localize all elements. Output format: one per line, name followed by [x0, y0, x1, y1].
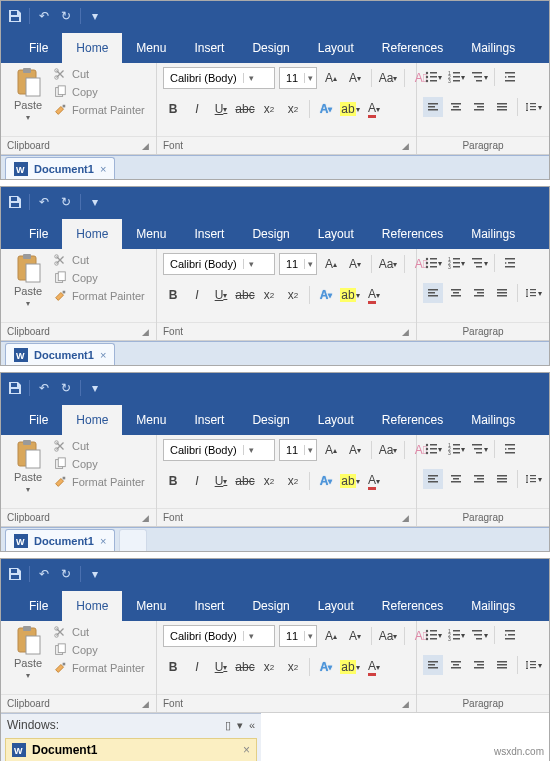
font-color-button[interactable]: A▾	[364, 285, 384, 305]
align-center-button[interactable]	[446, 655, 466, 675]
tab-mailings[interactable]: Mailings	[457, 591, 529, 621]
font-name-combo[interactable]: Calibri (Body)▾	[163, 67, 275, 89]
italic-button[interactable]: I	[187, 471, 207, 491]
highlight-button[interactable]: ab▾	[340, 99, 360, 119]
cut-button[interactable]: Cut	[53, 625, 145, 639]
paste-button[interactable]: Paste ▾	[7, 625, 49, 680]
multilevel-list-button[interactable]: ▾	[469, 439, 489, 459]
font-color-button[interactable]: A▾	[364, 657, 384, 677]
bullets-button[interactable]: ▾	[423, 439, 443, 459]
align-right-button[interactable]	[469, 655, 489, 675]
decrease-indent-button[interactable]	[500, 253, 520, 273]
underline-button[interactable]: U▾	[211, 285, 231, 305]
copy-button[interactable]: Copy	[53, 457, 145, 471]
align-center-button[interactable]	[446, 283, 466, 303]
align-left-button[interactable]	[423, 469, 443, 489]
tab-layout[interactable]: Layout	[304, 33, 368, 63]
undo-icon[interactable]: ↶	[36, 194, 52, 210]
tab-menu[interactable]: Menu	[122, 591, 180, 621]
tab-references[interactable]: References	[368, 33, 457, 63]
tab-layout[interactable]: Layout	[304, 219, 368, 249]
align-right-button[interactable]	[469, 283, 489, 303]
grow-font-button[interactable]: A▴	[321, 626, 341, 646]
font-name-combo[interactable]: Calibri (Body)▾	[163, 439, 275, 461]
strikethrough-button[interactable]: abc	[235, 471, 255, 491]
superscript-button[interactable]: x2	[283, 99, 303, 119]
font-size-combo[interactable]: 11▾	[279, 67, 317, 89]
document-tab[interactable]: W Document1 ×	[5, 157, 115, 179]
align-left-button[interactable]	[423, 283, 443, 303]
strikethrough-button[interactable]: abc	[235, 285, 255, 305]
redo-icon[interactable]: ↻	[58, 194, 74, 210]
save-icon[interactable]	[7, 566, 23, 582]
new-window-icon[interactable]: ▯	[225, 719, 231, 732]
align-center-button[interactable]	[446, 97, 466, 117]
font-color-button[interactable]: A▾	[364, 471, 384, 491]
dialog-launcher-icon[interactable]: ◢	[400, 327, 410, 337]
multilevel-list-button[interactable]: ▾	[469, 625, 489, 645]
font-name-combo[interactable]: Calibri (Body)▾	[163, 625, 275, 647]
bold-button[interactable]: B	[163, 285, 183, 305]
dialog-launcher-icon[interactable]: ◢	[140, 699, 150, 709]
tab-layout[interactable]: Layout	[304, 405, 368, 435]
dialog-launcher-icon[interactable]: ◢	[140, 327, 150, 337]
font-color-button[interactable]: A▾	[364, 99, 384, 119]
decrease-indent-button[interactable]	[500, 67, 520, 87]
redo-icon[interactable]: ↻	[58, 8, 74, 24]
format-painter-button[interactable]: Format Painter	[53, 103, 145, 117]
line-spacing-button[interactable]: ▾	[523, 655, 543, 675]
superscript-button[interactable]: x2	[283, 471, 303, 491]
tab-insert[interactable]: Insert	[180, 591, 238, 621]
tab-menu[interactable]: Menu	[122, 219, 180, 249]
tab-file[interactable]: File	[15, 405, 62, 435]
tab-design[interactable]: Design	[238, 33, 303, 63]
underline-button[interactable]: U▾	[211, 99, 231, 119]
tab-mailings[interactable]: Mailings	[457, 219, 529, 249]
tab-home[interactable]: Home	[62, 405, 122, 435]
subscript-button[interactable]: x2	[259, 471, 279, 491]
font-size-combo[interactable]: 11▾	[279, 439, 317, 461]
copy-button[interactable]: Copy	[53, 643, 145, 657]
line-spacing-button[interactable]: ▾	[523, 469, 543, 489]
text-effects-button[interactable]: A▾	[316, 99, 336, 119]
cut-button[interactable]: Cut	[53, 439, 145, 453]
align-left-button[interactable]	[423, 97, 443, 117]
numbering-button[interactable]: 123▾	[446, 439, 466, 459]
subscript-button[interactable]: x2	[259, 99, 279, 119]
text-effects-button[interactable]: A▾	[316, 657, 336, 677]
strikethrough-button[interactable]: abc	[235, 657, 255, 677]
change-case-button[interactable]: Aa▾	[378, 440, 398, 460]
multilevel-list-button[interactable]: ▾	[469, 253, 489, 273]
dialog-launcher-icon[interactable]: ◢	[400, 699, 410, 709]
superscript-button[interactable]: x2	[283, 285, 303, 305]
customize-qat-icon[interactable]: ▾	[87, 380, 103, 396]
format-painter-button[interactable]: Format Painter	[53, 475, 145, 489]
dialog-launcher-icon[interactable]: ◢	[400, 513, 410, 523]
highlight-button[interactable]: ab▾	[340, 657, 360, 677]
bullets-button[interactable]: ▾	[423, 67, 443, 87]
tab-file[interactable]: File	[15, 219, 62, 249]
decrease-indent-button[interactable]	[500, 625, 520, 645]
tab-design[interactable]: Design	[238, 219, 303, 249]
justify-button[interactable]	[492, 469, 512, 489]
numbering-button[interactable]: 123▾	[446, 253, 466, 273]
dialog-launcher-icon[interactable]: ◢	[140, 513, 150, 523]
copy-button[interactable]: Copy	[53, 271, 145, 285]
italic-button[interactable]: I	[187, 285, 207, 305]
italic-button[interactable]: I	[187, 99, 207, 119]
change-case-button[interactable]: Aa▾	[378, 254, 398, 274]
shrink-font-button[interactable]: A▾	[345, 68, 365, 88]
customize-qat-icon[interactable]: ▾	[87, 566, 103, 582]
customize-qat-icon[interactable]: ▾	[87, 194, 103, 210]
document-tab[interactable]: W Document1 ×	[5, 343, 115, 365]
tab-layout[interactable]: Layout	[304, 591, 368, 621]
subscript-button[interactable]: x2	[259, 285, 279, 305]
windows-panel-item[interactable]: WDocument1×	[5, 738, 257, 761]
paste-button[interactable]: Paste ▾	[7, 67, 49, 122]
text-effects-button[interactable]: A▾	[316, 471, 336, 491]
shrink-font-button[interactable]: A▾	[345, 254, 365, 274]
line-spacing-button[interactable]: ▾	[523, 97, 543, 117]
tab-mailings[interactable]: Mailings	[457, 33, 529, 63]
highlight-button[interactable]: ab▾	[340, 285, 360, 305]
tab-references[interactable]: References	[368, 219, 457, 249]
